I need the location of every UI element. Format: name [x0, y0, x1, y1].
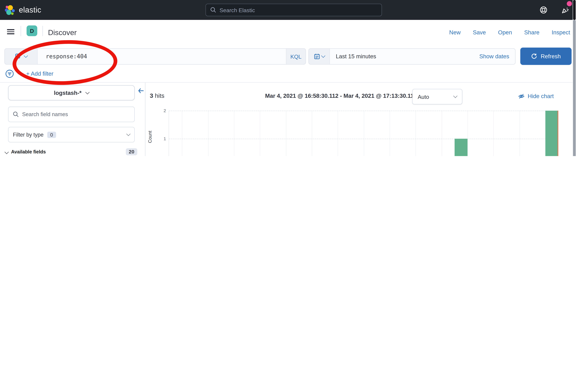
global-header: elastic Search Elastic: [0, 0, 576, 20]
gridline: [493, 111, 494, 156]
elastic-logo-text: elastic: [19, 6, 41, 14]
add-filter-button[interactable]: + Add filter: [26, 70, 53, 77]
y-tick-label: 1: [156, 136, 166, 141]
gridline: [364, 111, 364, 156]
chevron-down-icon: [4, 150, 9, 154]
results-header: 3 hits Mar 4, 2021 @ 16:58:30.112 - Mar …: [145, 88, 573, 105]
field-search-placeholder: Search field names: [22, 112, 68, 117]
available-fields-count: 20: [126, 148, 137, 155]
share-button[interactable]: Share: [524, 29, 539, 36]
open-button[interactable]: Open: [498, 29, 512, 36]
histogram-plot: [169, 111, 558, 156]
hits-count: 3 hits: [150, 92, 164, 99]
gridline: [390, 111, 390, 156]
gridline: [467, 111, 468, 156]
scrollbar-thumb[interactable]: [573, 0, 576, 20]
interval-value: Auto: [418, 93, 429, 100]
chevron-down-icon: [453, 94, 457, 98]
main-content: 3 hits Mar 4, 2021 @ 16:58:30.112 - Mar …: [145, 83, 573, 156]
notification-badge: [567, 1, 572, 6]
index-pattern-label: logstash-*: [54, 89, 82, 96]
eye-slash-icon: [518, 93, 525, 100]
divider: [18, 73, 23, 74]
filter-icon[interactable]: [5, 69, 14, 78]
hide-chart-label: Hide chart: [528, 93, 554, 100]
collapse-sidebar-icon[interactable]: [137, 87, 145, 94]
nav-actions: New Save Open Share Inspect: [449, 29, 570, 36]
calendar-icon: [314, 54, 320, 59]
filter-by-type-label: Filter by type: [13, 132, 44, 138]
gridline: [286, 111, 286, 156]
global-search-input[interactable]: Search Elastic: [205, 4, 382, 16]
index-pattern-select[interactable]: logstash-*: [8, 85, 135, 100]
search-icon: [210, 7, 216, 13]
available-fields-header[interactable]: Available fields 20: [5, 148, 137, 155]
gridline: [169, 111, 558, 111]
refresh-label: Refresh: [541, 53, 561, 60]
filter-by-type-count: 0: [47, 132, 56, 138]
y-axis-label: Count: [147, 131, 153, 143]
divider: [42, 26, 43, 36]
page-title: Discover: [48, 28, 77, 37]
histogram-bar[interactable]: [455, 139, 467, 156]
gridline: [312, 111, 312, 156]
gridline: [260, 111, 260, 156]
kibana-discover-app: elastic Search Elastic: [0, 0, 576, 156]
fields-sidebar: logstash-* Search field names Filter by …: [0, 83, 145, 156]
histogram-bar[interactable]: [545, 111, 558, 156]
scrollbar-thumb[interactable]: [573, 20, 576, 156]
discover-app-badge[interactable]: D: [27, 26, 37, 36]
refresh-icon: [531, 53, 537, 59]
chevron-down-icon: [321, 54, 325, 58]
gridline: [338, 111, 338, 156]
global-search-placeholder: Search Elastic: [220, 7, 255, 13]
search-icon: [13, 112, 19, 117]
field-search-input[interactable]: Search field names: [8, 107, 135, 122]
menu-icon[interactable]: [7, 29, 14, 34]
saved-query-icon: [15, 53, 21, 60]
new-button[interactable]: New: [449, 29, 461, 36]
gridline: [182, 111, 182, 156]
available-fields-label: Available fields: [11, 149, 46, 155]
help-icon[interactable]: [539, 6, 547, 14]
gridline: [169, 139, 558, 139]
whats-new-icon[interactable]: [561, 6, 569, 14]
elastic-logo[interactable]: elastic: [4, 4, 41, 15]
scrollbar[interactable]: [573, 0, 576, 156]
chevron-down-icon: [85, 90, 89, 94]
y-tick-label: 2: [156, 108, 166, 113]
date-picker-quick-menu[interactable]: [309, 49, 330, 64]
refresh-button[interactable]: Refresh: [520, 48, 572, 65]
chevron-down-icon: [24, 54, 28, 58]
current-time-marker: [557, 111, 558, 156]
gridline: [208, 111, 208, 156]
filter-by-type-select[interactable]: Filter by type 0: [8, 127, 135, 142]
show-dates-button[interactable]: Show dates: [479, 53, 509, 60]
chevron-down-icon: [126, 132, 130, 136]
filter-bar: + Add filter: [5, 69, 53, 78]
date-picker[interactable]: Last 15 minutes Show dates: [308, 48, 516, 65]
inspect-button[interactable]: Inspect: [552, 29, 570, 36]
interval-select[interactable]: Auto: [412, 89, 462, 105]
query-text[interactable]: response:404: [38, 49, 286, 64]
gridline: [519, 111, 520, 156]
gridline: [234, 111, 234, 156]
save-button[interactable]: Save: [473, 29, 486, 36]
gridline: [441, 111, 442, 156]
app-navbar: D Discover New Save Open Share Inspect: [0, 20, 576, 42]
time-range-value[interactable]: Last 15 minutes: [336, 53, 376, 60]
query-language-button[interactable]: KQL: [286, 49, 306, 64]
kql-query-input[interactable]: response:404 KQL: [4, 48, 306, 65]
elastic-logo-icon: [4, 4, 15, 15]
query-bar: response:404 KQL Last 15 minutes Show da…: [0, 42, 576, 82]
gridline: [415, 111, 416, 156]
hide-chart-button[interactable]: Hide chart: [518, 93, 554, 100]
saved-query-menu[interactable]: [5, 49, 38, 64]
divider: [21, 26, 21, 36]
